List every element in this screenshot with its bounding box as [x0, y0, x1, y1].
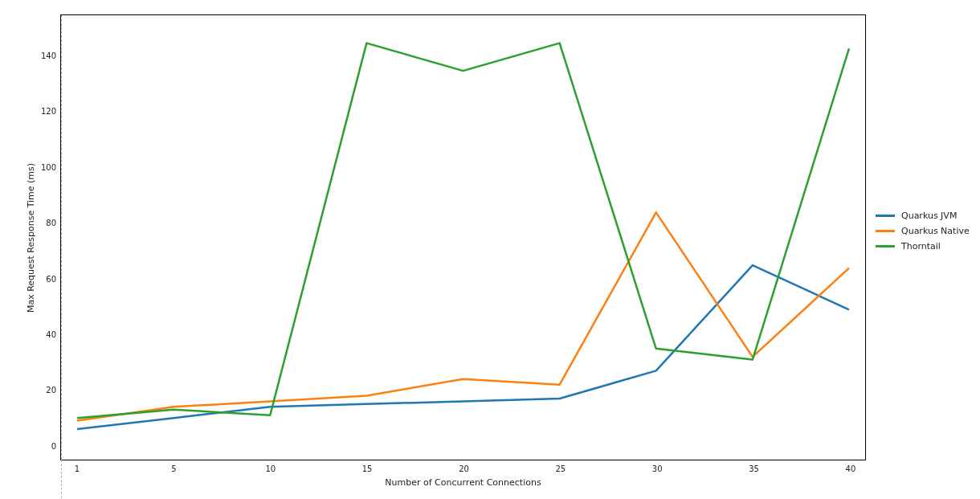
- plot-area: Number of Concurrent Connections Max Req…: [60, 14, 866, 460]
- y-tick-label: 20: [46, 386, 56, 395]
- y-tick-label: 140: [41, 51, 56, 60]
- x-tick-label: 20: [459, 464, 469, 473]
- x-tick-label: 25: [555, 464, 566, 473]
- legend-entry: Quarkus Native: [876, 226, 970, 236]
- legend-entry: Thorntail: [876, 241, 970, 252]
- legend: Quarkus JVMQuarkus NativeThorntail: [876, 211, 970, 256]
- y-tick-label: 60: [46, 274, 56, 283]
- legend-label: Thorntail: [901, 241, 941, 252]
- y-tick-label: 100: [41, 162, 56, 171]
- series-line-2: [77, 43, 849, 419]
- x-tick-label: 1: [75, 464, 80, 473]
- y-tick-label: 80: [46, 219, 56, 227]
- grid-vline: [61, 460, 62, 499]
- legend-label: Quarkus Native: [901, 226, 970, 236]
- y-tick-label: 0: [51, 441, 56, 450]
- legend-swatch: [876, 245, 895, 247]
- series-line-1: [77, 212, 849, 420]
- legend-swatch: [876, 215, 895, 217]
- y-tick-label: 40: [46, 329, 56, 338]
- y-axis-label: Max Request Response Time (ms): [26, 162, 36, 312]
- x-axis-label: Number of Concurrent Connections: [385, 477, 541, 488]
- x-tick-label: 5: [171, 464, 176, 473]
- chart-lines: [61, 15, 865, 460]
- figure: Number of Concurrent Connections Max Req…: [0, 0, 980, 499]
- y-tick-label: 120: [41, 107, 56, 116]
- legend-label: Quarkus JVM: [901, 211, 957, 221]
- x-tick-label: 35: [749, 464, 759, 473]
- series-line-0: [77, 265, 849, 429]
- x-tick-label: 15: [362, 464, 373, 473]
- legend-entry: Quarkus JVM: [876, 211, 970, 221]
- x-tick-label: 30: [652, 464, 663, 473]
- x-tick-label: 10: [265, 464, 276, 473]
- legend-swatch: [876, 230, 895, 232]
- x-tick-label: 40: [846, 464, 856, 473]
